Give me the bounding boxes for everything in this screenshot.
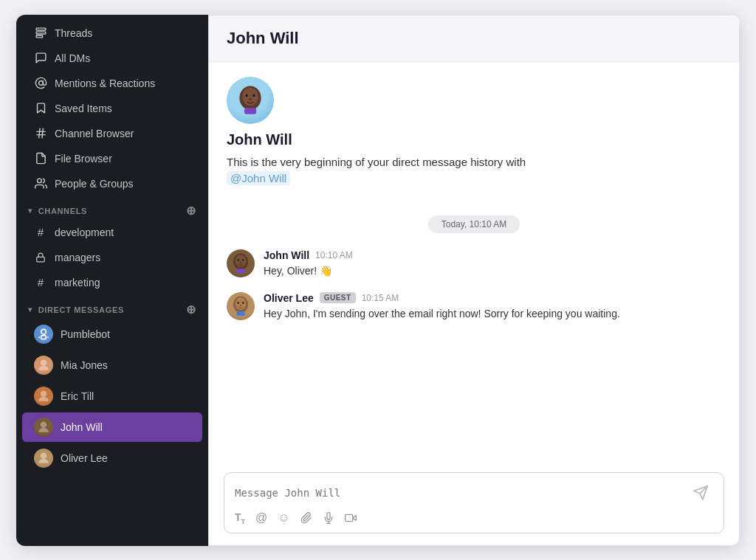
- avatar-pumblebot: [34, 325, 53, 344]
- message-row: John Will 10:10 AM Hey, Oliver! 👋: [227, 249, 721, 279]
- sidebar-item-saved[interactable]: Saved Items: [22, 97, 202, 120]
- audio-button[interactable]: [323, 512, 334, 524]
- channels-section-label: CHANNELS: [38, 207, 87, 215]
- sidebar-item-marketing[interactable]: # marketing: [22, 271, 202, 294]
- sidebar-item-john-will[interactable]: John Will: [22, 412, 202, 442]
- video-button[interactable]: [345, 512, 357, 524]
- message-content-1: John Will 10:10 AM Hey, Oliver! 👋: [264, 249, 721, 279]
- sidebar-item-mentions[interactable]: Mentions & Reactions: [22, 72, 202, 95]
- sidebar-item-development[interactable]: # development: [22, 221, 202, 244]
- sidebar-label-all-dms: All DMs: [55, 52, 90, 64]
- hash-icon-marketing: #: [34, 276, 47, 289]
- mention-tag[interactable]: @John Will: [227, 171, 290, 185]
- channels-section-header: ▾ CHANNELS ⊕: [16, 196, 208, 220]
- svg-point-33: [242, 302, 244, 304]
- sidebar-item-mia-jones[interactable]: Mia Jones: [22, 350, 202, 380]
- lock-icon-managers: [34, 251, 47, 264]
- sidebar-item-people-groups[interactable]: People & Groups: [22, 172, 202, 196]
- svg-line-6: [38, 128, 39, 138]
- dm-label-oliver-lee: Oliver Lee: [61, 452, 108, 464]
- sidebar-label-people-groups: People & Groups: [55, 178, 134, 190]
- svg-point-14: [41, 359, 47, 365]
- svg-marker-40: [352, 516, 356, 521]
- svg-rect-29: [236, 269, 244, 273]
- channel-label-development: development: [55, 227, 114, 238]
- saved-icon: [34, 102, 47, 115]
- svg-point-8: [37, 179, 41, 183]
- main-content: John Will: [208, 15, 740, 546]
- msg-time-1: 10:10 AM: [315, 250, 353, 260]
- avatar-oliver-lee-sidebar: [34, 449, 53, 468]
- dm-intro: John Will This is the very beginning of …: [227, 77, 721, 187]
- mentions-icon: [34, 77, 47, 90]
- svg-point-16: [41, 421, 47, 427]
- channels-chevron-icon[interactable]: ▾: [28, 207, 32, 215]
- svg-point-15: [41, 390, 47, 396]
- mention-button[interactable]: @: [255, 511, 267, 525]
- format-text-button[interactable]: TT: [235, 511, 245, 525]
- svg-point-21: [252, 94, 255, 97]
- svg-rect-41: [345, 514, 352, 521]
- dm-label-pumblebot: Pumblebot: [61, 328, 110, 340]
- add-channel-button[interactable]: ⊕: [186, 205, 196, 217]
- channel-label-marketing: marketing: [55, 277, 100, 288]
- chat-header: John Will: [209, 15, 739, 62]
- emoji-button[interactable]: ☺: [278, 511, 289, 525]
- svg-point-22: [249, 98, 251, 100]
- sidebar-item-managers[interactable]: managers: [22, 246, 202, 269]
- message-row: Oliver Lee GUEST 10:15 AM Hey John, I'm …: [227, 292, 721, 322]
- sidebar-label-mentions: Mentions & Reactions: [55, 77, 155, 89]
- add-dm-button[interactable]: ⊕: [186, 304, 196, 316]
- svg-line-7: [41, 128, 42, 138]
- svg-rect-11: [41, 335, 47, 339]
- date-divider-text: Today, 10:10 AM: [428, 215, 520, 233]
- message-input[interactable]: [235, 487, 688, 499]
- message-content-2: Oliver Lee GUEST 10:15 AM Hey John, I'm …: [264, 292, 721, 322]
- avatar-oliver-lee-msg: [227, 292, 255, 320]
- chat-body: John Will This is the very beginning of …: [209, 62, 739, 463]
- sidebar-label-saved: Saved Items: [55, 103, 112, 114]
- sidebar-item-all-dms[interactable]: All DMs: [22, 46, 202, 70]
- message-input-box: TT @ ☺: [224, 472, 724, 533]
- avatar-john-will-msg: [227, 249, 255, 277]
- dm-label-john-will: John Will: [61, 421, 103, 433]
- dm-chevron-icon[interactable]: ▾: [28, 305, 32, 314]
- guest-badge: GUEST: [320, 292, 356, 303]
- message-input-area: TT @ ☺: [209, 463, 739, 545]
- avatar-eric-till: [34, 387, 53, 406]
- msg-username-1: John Will: [264, 249, 309, 261]
- svg-point-34: [240, 305, 241, 306]
- svg-rect-2: [36, 35, 43, 38]
- attach-button[interactable]: [300, 512, 312, 524]
- people-groups-icon: [34, 177, 47, 190]
- file-browser-icon: [34, 152, 47, 165]
- svg-point-27: [242, 259, 244, 261]
- svg-rect-35: [236, 311, 244, 316]
- svg-point-20: [246, 94, 248, 97]
- hash-icon-development: #: [34, 226, 47, 239]
- sidebar-label-channel-browser: Channel Browser: [55, 128, 134, 139]
- dm-label-eric-till: Eric Till: [61, 390, 94, 402]
- svg-rect-9: [37, 257, 45, 261]
- sidebar-item-file-browser[interactable]: File Browser: [22, 147, 202, 170]
- svg-point-3: [38, 81, 43, 86]
- channel-browser-icon: [34, 127, 47, 140]
- sidebar-item-eric-till[interactable]: Eric Till: [22, 381, 202, 411]
- message-toolbar: TT @ ☺: [235, 511, 713, 525]
- dm-section-label: DIRECT MESSAGES: [38, 305, 124, 314]
- channel-label-managers: managers: [55, 252, 100, 263]
- send-button[interactable]: [688, 480, 713, 505]
- msg-username-2: Oliver Lee: [264, 292, 314, 304]
- threads-icon: [34, 27, 47, 40]
- svg-rect-1: [36, 32, 46, 34]
- avatar-mia-jones: [34, 356, 53, 375]
- sidebar-item-threads[interactable]: Threads: [22, 21, 202, 45]
- sidebar-item-oliver-lee[interactable]: Oliver Lee: [22, 443, 202, 473]
- sidebar-item-pumblebot[interactable]: Pumblebot: [22, 319, 202, 349]
- msg-time-2: 10:15 AM: [362, 293, 399, 303]
- intro-text: This is the very beginning of your direc…: [227, 154, 526, 187]
- dm-section-header: ▾ DIRECT MESSAGES ⊕: [16, 295, 208, 319]
- sidebar-item-channel-browser[interactable]: Channel Browser: [22, 122, 202, 145]
- svg-point-32: [238, 302, 239, 304]
- sidebar-label-file-browser: File Browser: [55, 153, 112, 165]
